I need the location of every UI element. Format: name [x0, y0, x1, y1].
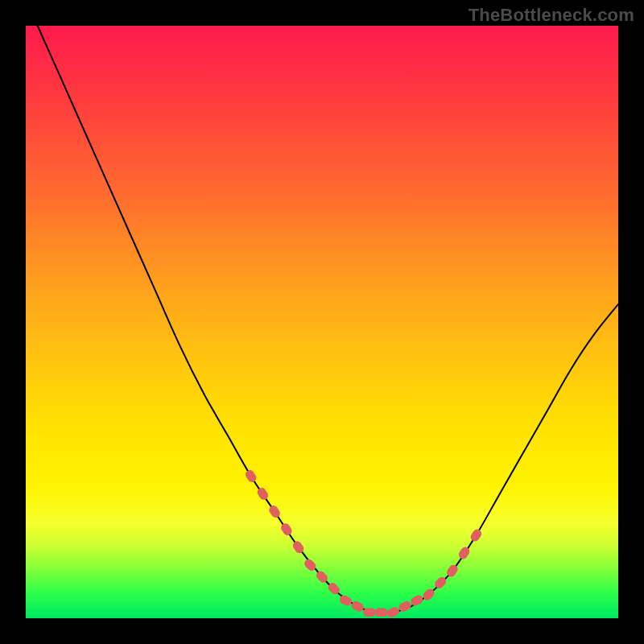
highlight-dot: [267, 504, 282, 519]
highlight-dot: [291, 539, 306, 555]
watermark-text: TheBottleneck.com: [469, 5, 634, 26]
chart-frame: TheBottleneck.com: [0, 0, 644, 644]
plot-area: [26, 26, 618, 618]
highlight-dot: [279, 522, 294, 537]
highlight-dot: [469, 528, 484, 543]
highlight-dot: [350, 600, 365, 613]
highlight-dots: [244, 469, 483, 619]
highlight-dot: [409, 594, 424, 608]
highlight-dot: [244, 469, 258, 484]
bottleneck-curve: [38, 26, 618, 613]
curve-layer: [26, 26, 618, 618]
highlight-dot: [375, 608, 388, 617]
highlight-dot: [256, 486, 270, 502]
highlight-dot: [363, 608, 376, 617]
highlight-dot: [386, 605, 401, 619]
